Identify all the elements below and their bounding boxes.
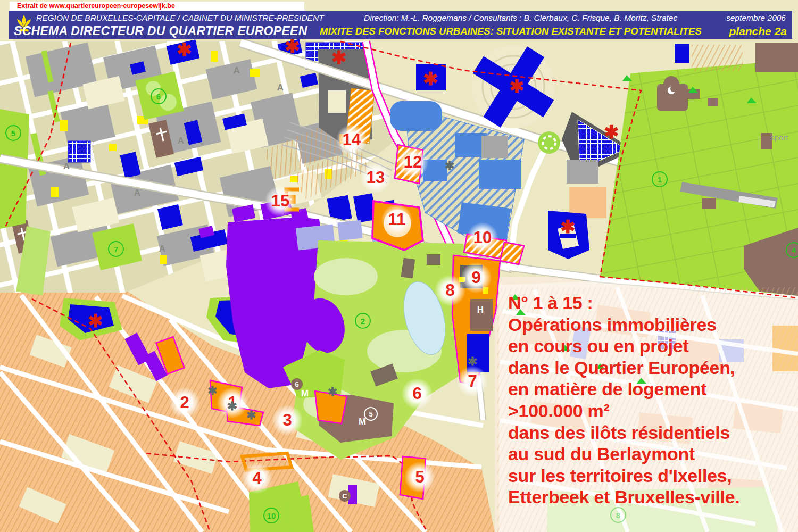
letter-label-A: A: [134, 188, 140, 198]
legend-line: dans le Quartier Européen,: [508, 357, 739, 379]
legend-line: en matière de logement: [508, 378, 739, 400]
site-marker-3: 3: [272, 405, 303, 436]
letter-label-M: M: [301, 388, 309, 399]
site-marker-4: 4: [242, 463, 272, 494]
site-marker-5: 5: [404, 462, 435, 493]
letter-label-A: A: [178, 136, 184, 146]
site-marker-9: 9: [461, 262, 492, 293]
landmark-asterisk-icon: ✱: [88, 315, 103, 326]
credits: Direction: M.-L. Roggemans / Consultants…: [364, 12, 677, 24]
legend-annotation: N° 1 à 15 :Opérations immobilièresen cou…: [508, 292, 739, 508]
letter-label-A: A: [159, 244, 165, 254]
landmark-asterisk-icon: ✱: [331, 52, 347, 63]
landmark-asterisk-icon: ✱: [177, 44, 192, 55]
parcel-asterisk-icon: ✱: [227, 403, 237, 410]
letter-label-H: H: [477, 305, 484, 315]
zone-marker-2: 2: [355, 313, 371, 329]
legend-line: >100.000 m²: [508, 400, 739, 422]
landmark-asterisk-icon: ✱: [285, 41, 300, 52]
letter-label-A: A: [63, 161, 70, 172]
source-link[interactable]: Extrait de www.quartiereuropeen-europese…: [10, 2, 304, 11]
circle-label-6: 6: [291, 378, 303, 390]
zone-marker-5: 5: [5, 125, 21, 141]
region-title: REGION DE BRUXELLES-CAPITALE / CABINET D…: [36, 12, 324, 24]
site-marker-13: 13: [360, 162, 391, 193]
parcel-asterisk-icon: ✱: [328, 388, 337, 396]
sheet-number: planche 2a: [729, 24, 787, 38]
parcel-asterisk-icon: ✱: [445, 162, 454, 170]
site-marker-14: 14: [336, 124, 367, 155]
sheet-subtitle: MIXITE DES FONCTIONS URBAINES: SITUATION…: [320, 24, 702, 38]
parcel-asterisk-icon: ✱: [246, 412, 256, 419]
zone-marker-6: 6: [151, 88, 167, 104]
zone-marker-7: 7: [108, 241, 124, 257]
circle-label-5: 5: [364, 407, 378, 421]
site-marker-10: 10: [467, 222, 498, 253]
letter-label-A: A: [234, 65, 240, 76]
legend-line: dans des ilôts résidentiels: [508, 422, 739, 444]
landmark-asterisk-icon: ✱: [509, 81, 525, 92]
legend-line: sur les territoires d'Ixelles,: [508, 465, 739, 487]
landmark-asterisk-icon: ✱: [560, 221, 576, 232]
legend-line: Opérations immobilières: [508, 314, 739, 336]
legend-line: Etterbeek et Bruxelles-ville.: [508, 486, 739, 508]
site-marker-12: 12: [397, 147, 428, 178]
legend-line: en cours ou en projet: [508, 335, 739, 357]
legend-line: N° 1 à 15 :: [508, 292, 739, 314]
parcel-asterisk-icon: ✱: [468, 358, 477, 365]
map-sheet: 123456789101112131415567121084✱✱✱✱✱✱✱✱✱✱…: [0, 0, 798, 532]
zone-marker-10: 10: [263, 508, 279, 523]
site-marker-7: 7: [457, 366, 488, 397]
site-marker-6: 6: [402, 378, 433, 409]
legend-line: au sud du Berlaymont: [508, 443, 739, 465]
circle-label-C: C: [339, 490, 351, 502]
title-band: REGION DE BRUXELLES-CAPITALE / CABINET D…: [9, 11, 792, 39]
site-marker-2: 2: [169, 387, 200, 418]
landmark-asterisk-icon: ✱: [604, 127, 619, 137]
letter-label-A: A: [277, 82, 284, 93]
area-label-sport: sport: [770, 133, 788, 142]
landmark-asterisk-icon: ✱: [423, 73, 438, 84]
document-title: SCHEMA DIRECTEUR DU QUARTIER EUROPEEN: [14, 24, 307, 38]
date-label: septembre 2006: [726, 12, 786, 24]
parcel-asterisk-icon: ✱: [207, 387, 217, 395]
zone-marker-4: 4: [786, 242, 798, 258]
zone-marker-1: 1: [652, 171, 668, 187]
zone-marker-8: 8: [610, 507, 626, 523]
site-marker-11: 11: [381, 204, 412, 235]
site-marker-15: 15: [265, 186, 296, 217]
